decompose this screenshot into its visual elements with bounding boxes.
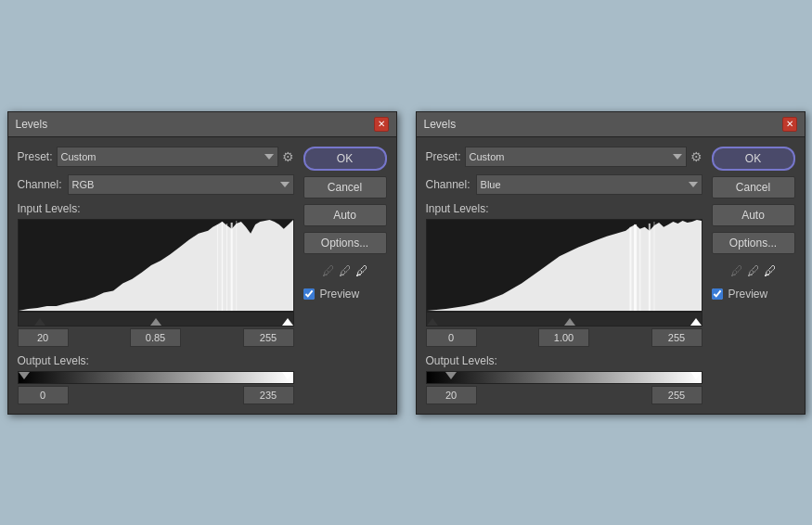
cancel-button-1[interactable]: Cancel: [303, 176, 387, 198]
output-black-slider-1[interactable]: [19, 372, 30, 379]
output-white-value-1[interactable]: [243, 386, 294, 404]
input-values-row-2: [426, 328, 702, 347]
input-white-value-1[interactable]: [243, 328, 294, 347]
channel-label-1: Channel:: [18, 178, 62, 191]
input-slider-track-1[interactable]: [18, 312, 294, 327]
white-point-slider-1[interactable]: [282, 318, 293, 326]
input-levels-label-1: Input Levels:: [18, 202, 294, 215]
white-point-slider-2[interactable]: [690, 318, 702, 326]
white-eyedropper-2[interactable]: 🖊: [764, 263, 777, 278]
levels-dialog-2: Levels ✕ Preset: Custom ⚙ Channel: RGB R…: [416, 111, 806, 415]
output-black-slider-2[interactable]: [445, 372, 457, 379]
ok-button-1[interactable]: OK: [303, 147, 387, 171]
dialog-body-1: Preset: Custom ⚙ Channel: RGB Red Green …: [8, 137, 396, 414]
output-white-slider-1[interactable]: [282, 372, 293, 379]
right-panel-2: OK Cancel Auto Options... 🖊 🖊 🖊 Preview: [712, 147, 795, 404]
preview-checkbox-2[interactable]: [712, 288, 723, 300]
input-values-row-1: [18, 328, 294, 347]
black-eyedropper-2[interactable]: 🖊: [730, 263, 743, 278]
output-values-row-2: [426, 386, 702, 404]
options-button-1[interactable]: Options...: [303, 232, 387, 254]
ok-button-2[interactable]: OK: [712, 147, 795, 171]
preview-label-2: Preview: [728, 288, 768, 301]
white-eyedropper-1[interactable]: 🖊: [355, 263, 368, 278]
preset-label-2: Preset:: [426, 150, 461, 163]
output-black-value-2[interactable]: [426, 386, 477, 404]
input-gamma-value-2[interactable]: [538, 328, 589, 347]
output-gradient-1: [18, 371, 294, 384]
titlebar-2: Levels ✕: [417, 112, 805, 137]
gray-eyedropper-2[interactable]: 🖊: [747, 263, 760, 278]
input-black-value-2[interactable]: [426, 328, 477, 347]
levels-dialog-1: Levels ✕ Preset: Custom ⚙ Channel: RGB R…: [7, 111, 397, 415]
auto-button-1[interactable]: Auto: [303, 204, 387, 226]
output-white-slider-2[interactable]: [690, 372, 702, 379]
dialog-title-2: Levels: [424, 118, 457, 131]
channel-label-2: Channel:: [426, 178, 470, 191]
close-button-1[interactable]: ✕: [374, 117, 389, 132]
output-black-value-1[interactable]: [18, 386, 69, 404]
preset-dropdown-2[interactable]: Custom: [465, 147, 687, 167]
left-panel-2: Preset: Custom ⚙ Channel: RGB Red Green …: [426, 147, 702, 404]
channel-dropdown-2[interactable]: RGB Red Green Blue: [476, 174, 702, 195]
auto-button-2[interactable]: Auto: [712, 204, 795, 226]
dialog-title-1: Levels: [16, 118, 48, 131]
output-values-row-1: [18, 386, 294, 404]
preset-dropdown-1[interactable]: Custom: [57, 147, 278, 167]
input-white-value-2[interactable]: [651, 328, 702, 347]
gear-icon-1[interactable]: ⚙: [282, 149, 294, 164]
preview-label-1: Preview: [320, 288, 360, 301]
titlebar-1: Levels ✕: [8, 112, 396, 137]
input-levels-label-2: Input Levels:: [426, 202, 702, 215]
preview-row-1: Preview: [303, 288, 387, 301]
preset-row-1: Preset: Custom ⚙: [18, 147, 294, 167]
gear-icon-2[interactable]: ⚙: [690, 149, 702, 164]
black-point-slider-1[interactable]: [34, 318, 45, 326]
dialog-body-2: Preset: Custom ⚙ Channel: RGB Red Green …: [417, 137, 805, 414]
gamma-slider-2[interactable]: [564, 318, 575, 326]
preview-checkbox-1[interactable]: [303, 288, 315, 300]
close-button-2[interactable]: ✕: [782, 117, 797, 132]
input-gamma-value-1[interactable]: [130, 328, 181, 347]
channel-row-1: Channel: RGB Red Green Blue: [18, 174, 294, 195]
histogram-1: [18, 219, 294, 312]
channel-dropdown-1[interactable]: RGB Red Green Blue: [68, 174, 294, 195]
eyedropper-row-2: 🖊 🖊 🖊: [712, 263, 795, 278]
channel-row-2: Channel: RGB Red Green Blue: [426, 174, 702, 195]
output-gradient-2: [426, 371, 702, 384]
preset-label-1: Preset:: [18, 150, 53, 163]
gamma-slider-1[interactable]: [150, 318, 161, 326]
input-black-value-1[interactable]: [18, 328, 69, 347]
eyedropper-row-1: 🖊 🖊 🖊: [303, 263, 387, 278]
right-panel-1: OK Cancel Auto Options... 🖊 🖊 🖊 Preview: [303, 147, 387, 404]
preview-row-2: Preview: [712, 288, 795, 301]
black-eyedropper-1[interactable]: 🖊: [322, 263, 335, 278]
black-point-slider-2[interactable]: [427, 318, 438, 326]
output-white-value-2[interactable]: [651, 386, 702, 404]
cancel-button-2[interactable]: Cancel: [712, 176, 795, 198]
options-button-2[interactable]: Options...: [712, 232, 795, 254]
gray-eyedropper-1[interactable]: 🖊: [339, 263, 352, 278]
histogram-2: [426, 219, 702, 312]
output-levels-label-2: Output Levels:: [426, 354, 702, 367]
left-panel-1: Preset: Custom ⚙ Channel: RGB Red Green …: [18, 147, 294, 404]
input-slider-track-2[interactable]: [426, 312, 702, 327]
preset-row-2: Preset: Custom ⚙: [426, 147, 702, 167]
output-levels-label-1: Output Levels:: [18, 354, 294, 367]
